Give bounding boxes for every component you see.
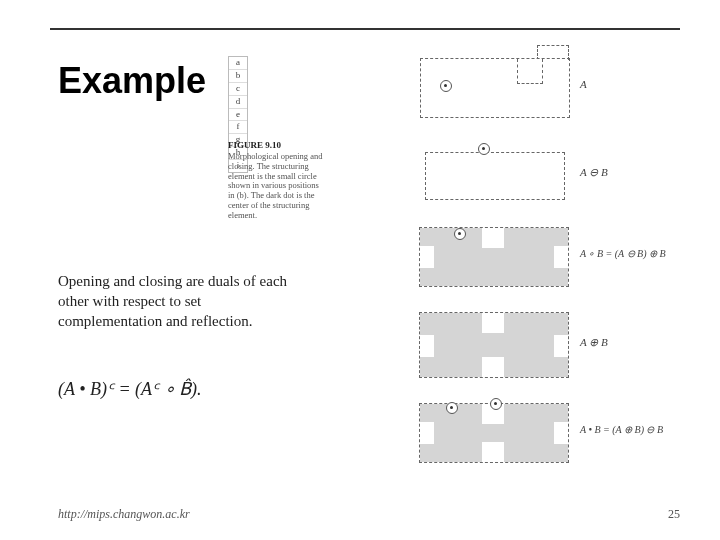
duality-equation: (A • B)ᶜ = (Aᶜ ∘ B̂). [58, 378, 202, 400]
panel-key-c: c [229, 83, 247, 96]
top-rule [50, 28, 680, 30]
panel-key-a: a [229, 57, 247, 70]
figure-row-e: A • B = (A ⊕ B) ⊖ B [420, 404, 680, 464]
closing-shape [420, 404, 568, 462]
panel-key-e: e [229, 109, 247, 122]
panel-key-d: d [229, 96, 247, 109]
structuring-element-icon [440, 80, 452, 92]
figure-row-d: A ⊕ B [420, 316, 680, 376]
figure-row-a: A [420, 58, 680, 118]
structuring-element-icon [478, 143, 490, 155]
slide-title: Example [58, 60, 206, 102]
figure-row-b: A ⊖ B [420, 146, 680, 200]
structuring-element-icon [446, 402, 458, 414]
panel-key-f: f [229, 121, 247, 134]
figure-row-e-label: A • B = (A ⊕ B) ⊖ B [580, 424, 663, 435]
figure-row-a-label: A [580, 78, 587, 90]
dilation-shape [420, 313, 568, 377]
page-number: 25 [668, 507, 680, 522]
panel-key-b: b [229, 70, 247, 83]
footer-url: http://mips.changwon.ac.kr [58, 507, 190, 522]
figure-column: A A ⊖ B A ∘ B = (A ⊖ B) ⊕ B [420, 58, 680, 492]
structuring-element-icon [454, 228, 466, 240]
figure-caption: Morphological opening and closing. The s… [228, 152, 323, 220]
figure-number: FIGURE 9.10 [228, 140, 281, 150]
figure-row-c: A ∘ B = (A ⊖ B) ⊕ B [420, 228, 680, 288]
body-text: Opening and closing are duals of each ot… [58, 272, 288, 331]
structuring-element-icon [490, 398, 502, 410]
erosion-shape [425, 152, 565, 200]
opening-shape [420, 228, 568, 286]
figure-row-c-label: A ∘ B = (A ⊖ B) ⊕ B [580, 248, 666, 259]
figure-row-d-label: A ⊕ B [580, 336, 608, 349]
figure-row-b-label: A ⊖ B [580, 166, 608, 179]
